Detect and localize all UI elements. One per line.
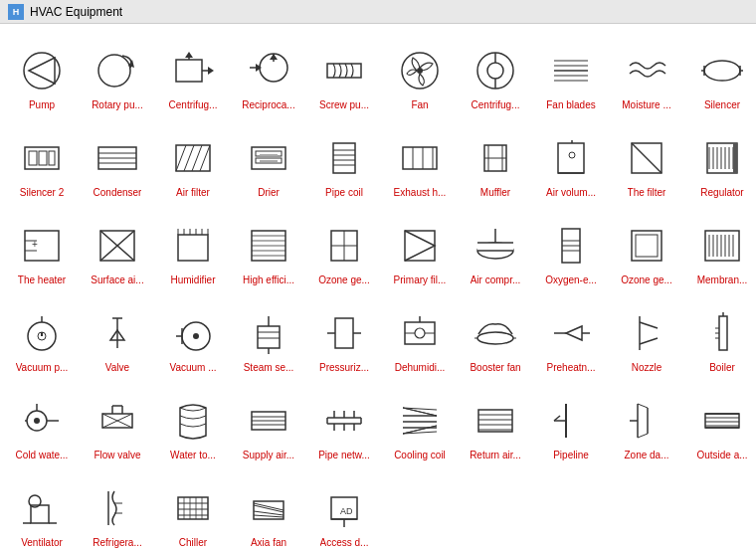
label-boiler: Boiler (709, 362, 735, 373)
item-pressuriz[interactable]: Pressuriz... (306, 290, 382, 378)
symbol-access-d: A D (317, 481, 371, 535)
svg-marker-1 (29, 58, 55, 84)
item-boiler[interactable]: Boiler (684, 290, 756, 378)
item-steam-se[interactable]: Steam se... (231, 290, 306, 378)
label-silencer: Silencer (704, 99, 740, 110)
symbol-water-to (166, 394, 220, 448)
symbol-silencer (695, 44, 749, 97)
item-air-volume[interactable]: Air volum... (533, 115, 609, 203)
item-valve[interactable]: Valve (80, 290, 155, 378)
item-high-effici[interactable]: High effici... (231, 203, 306, 290)
item-booster-fan[interactable]: Booster fan (458, 290, 533, 378)
label-refrigera: Refrigera... (93, 537, 141, 548)
item-outside-a[interactable]: Outside a... (684, 378, 756, 465)
item-cooling-coil[interactable]: Cooling coil (382, 378, 458, 465)
item-pump[interactable]: Pump (4, 28, 80, 115)
svg-rect-4 (176, 60, 202, 82)
label-drier: Drier (258, 187, 280, 198)
item-primary-fil[interactable]: Primary fil... (382, 203, 458, 290)
label-cold-water: Cold wate... (16, 450, 69, 460)
item-dehumidi[interactable]: Dehumidi... (382, 290, 458, 378)
item-vacuum2[interactable]: Vacuum ... (155, 290, 231, 378)
symbol-exhaust-h (393, 131, 447, 185)
item-the-heater[interactable]: + The heater (4, 203, 80, 290)
item-axia-fan[interactable]: Axia fan (231, 465, 306, 550)
label-muffler: Muffler (480, 187, 510, 198)
symbol-drier (242, 131, 295, 185)
label-ozone-ge2: Ozone ge... (621, 275, 672, 285)
item-surface-air[interactable]: Surface ai... (80, 203, 155, 290)
item-humidifier[interactable]: Humidifier (155, 203, 231, 290)
label-valve: Valve (105, 362, 129, 373)
label-moisture: Moisture ... (622, 99, 670, 110)
item-condenser[interactable]: Condenser (80, 115, 155, 203)
label-condenser: Condenser (94, 187, 142, 198)
label-flow-valve: Flow valve (94, 450, 140, 460)
item-ozone-ge2[interactable]: Ozone ge... (609, 203, 684, 290)
symbol-ozone-ge2 (620, 219, 673, 273)
label-fan: Fan (411, 99, 428, 110)
symbol-pipe-coil (317, 131, 371, 185)
item-exhaust-h[interactable]: Exhaust h... (382, 115, 458, 203)
item-moisture[interactable]: Moisture ... (609, 28, 684, 115)
svg-rect-34 (49, 151, 55, 165)
label-centrifugal: Centrifug... (169, 99, 218, 110)
item-pipeline[interactable]: Pipeline (533, 378, 609, 465)
label-vacuum2: Vacuum ... (169, 362, 216, 373)
symbol-ozone-ge1 (317, 219, 371, 273)
item-flow-valve[interactable]: Flow valve (80, 378, 155, 465)
item-refrigera[interactable]: Refrigera... (80, 465, 155, 550)
item-the-filter[interactable]: The filter (609, 115, 684, 203)
label-booster-fan: Booster fan (470, 362, 520, 373)
symbol-the-heater: + (15, 219, 69, 273)
label-rotary-pump: Rotary pu... (92, 99, 143, 110)
label-pipe-netw: Pipe netw... (318, 450, 370, 460)
svg-point-162 (34, 418, 40, 424)
item-nozzle[interactable]: Nozzle (609, 290, 684, 378)
item-cold-water[interactable]: Cold wate... (4, 378, 80, 465)
item-preheat[interactable]: Preheatn... (533, 290, 609, 378)
item-ozone-ge1[interactable]: Ozone ge... (306, 203, 382, 290)
item-ventilator[interactable]: Ventilator (4, 465, 80, 550)
item-drier[interactable]: Drier (231, 115, 306, 203)
svg-text:+: + (32, 239, 38, 250)
item-muffler[interactable]: Muffler (458, 115, 533, 203)
label-oxygen-e: Oxygen-e... (545, 275, 597, 285)
svg-marker-147 (566, 326, 582, 340)
item-silencer2[interactable]: Silencer 2 (4, 115, 80, 203)
item-reciprocating[interactable]: Reciproca... (231, 28, 306, 115)
item-membran[interactable]: Membran... (684, 203, 756, 290)
symbol-silencer2 (15, 131, 69, 185)
item-regulator[interactable]: Regulator (684, 115, 756, 203)
item-pipe-netw[interactable]: Pipe netw... (306, 378, 382, 465)
item-air-filter[interactable]: Air filter (155, 115, 231, 203)
label-exhaust-h: Exhaust h... (394, 187, 447, 198)
svg-line-200 (638, 404, 648, 408)
item-pipe-coil[interactable]: Pipe coil (306, 115, 382, 203)
item-fan[interactable]: Fan (382, 28, 458, 115)
item-screw-pump[interactable]: Screw pu... (306, 28, 382, 115)
svg-rect-76 (733, 143, 737, 173)
symbol-regulator (695, 131, 749, 185)
symbol-refrigera (91, 481, 144, 535)
item-supply-air[interactable]: Supply air... (231, 378, 306, 465)
item-air-compr[interactable]: Air compr... (458, 203, 533, 290)
symbol-membran (695, 219, 749, 273)
label-water-to: Water to... (170, 450, 216, 460)
item-oxygen-e[interactable]: Oxygen-e... (533, 203, 609, 290)
item-water-to[interactable]: Water to... (155, 378, 231, 465)
item-silencer[interactable]: Silencer (684, 28, 756, 115)
item-access-d[interactable]: A D Access d... (306, 465, 382, 550)
symbol-preheat (544, 306, 598, 360)
item-zone-da[interactable]: Zone da... (609, 378, 684, 465)
item-return-air[interactable]: Return air... (458, 378, 533, 465)
symbol-air-compr (469, 219, 522, 273)
item-rotary-pump[interactable]: Rotary pu... (80, 28, 155, 115)
symbol-dehumidi (393, 306, 447, 360)
item-chiller[interactable]: Chiller (155, 465, 231, 550)
item-vacuum-p[interactable]: Vacuum p... (4, 290, 80, 378)
label-humidifier: Humidifier (170, 275, 215, 285)
item-fan-blades[interactable]: Fan blades (533, 28, 609, 115)
item-centrifugal[interactable]: Centrifug... (155, 28, 231, 115)
item-centrifugal2[interactable]: Centrifug... (458, 28, 533, 115)
